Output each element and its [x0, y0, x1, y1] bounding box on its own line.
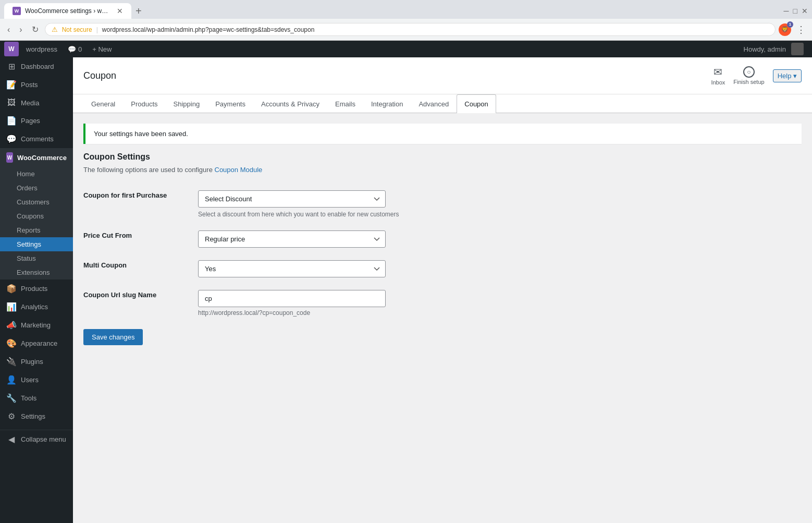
sidebar-item-collapse[interactable]: ◀ Collapse menu [0, 430, 73, 448]
coupon-url-slug-field: http://wordpress.local/?cp=coupon_code [198, 284, 802, 323]
header-actions: ✉ Inbox ○ Finish setup Help ▾ [711, 66, 802, 86]
tab-emails[interactable]: Emails [327, 94, 363, 113]
multi-coupon-select[interactable]: Yes No [198, 260, 386, 277]
tab-coupon[interactable]: Coupon [457, 94, 496, 113]
save-changes-button[interactable]: Save changes [83, 329, 143, 345]
sidebar-item-label: Users [21, 376, 39, 384]
browser-menu-button[interactable]: ⋮ [794, 22, 808, 38]
back-button[interactable]: ‹ [4, 23, 13, 37]
url-hint: http://wordpress.local/?cp=coupon_code [198, 309, 802, 317]
coupon-first-purchase-field: Select Discount Select a discount from h… [198, 184, 802, 224]
settings-icon: ⚙ [6, 411, 17, 421]
wc-extensions-label: Extensions [17, 269, 50, 276]
media-icon: 🖼 [6, 98, 17, 107]
posts-icon: 📝 [6, 80, 17, 90]
sidebar-item-posts[interactable]: 📝 Posts [0, 76, 73, 94]
sidebar-item-wc-coupons[interactable]: Coupons [0, 209, 73, 223]
wc-status-label: Status [17, 254, 36, 262]
tab-title: WooCommerce settings › wordp... [25, 7, 108, 15]
woocommerce-section-header[interactable]: W WooCommerce [0, 148, 73, 167]
sidebar-item-appearance[interactable]: 🎨 Appearance [0, 334, 73, 352]
maximize-button[interactable]: □ [793, 7, 797, 15]
sidebar-item-wc-settings[interactable]: Settings [0, 237, 73, 251]
tab-advanced[interactable]: Advanced [411, 94, 457, 113]
multi-coupon-field: Yes No [198, 254, 802, 284]
close-window-button[interactable]: ✕ [802, 7, 808, 15]
tab-shipping[interactable]: Shipping [166, 94, 208, 113]
price-cut-from-select[interactable]: Regular price Sale price [198, 230, 386, 248]
sidebar-item-plugins[interactable]: 🔌 Plugins [0, 352, 73, 371]
tab-close-button[interactable]: ✕ [117, 7, 123, 15]
multi-coupon-row: Multi Coupon Yes No [83, 254, 802, 284]
page-title: Coupon [83, 70, 116, 81]
sidebar-item-analytics[interactable]: 📊 Analytics [0, 298, 73, 316]
sidebar-item-pages[interactable]: 📄 Pages [0, 112, 73, 130]
woocommerce-submenu: Home Orders Customers Coupons Reports Se… [0, 167, 73, 279]
coupon-first-purchase-hint: Select a discount from here which you wa… [198, 211, 802, 218]
sidebar-item-comments[interactable]: 💬 Comments [0, 130, 73, 148]
finish-setup-icon: ○ [743, 66, 755, 78]
coupon-settings-desc: The following options are used to config… [83, 166, 802, 174]
refresh-button[interactable]: ↻ [29, 22, 42, 37]
sidebar-item-wc-reports[interactable]: Reports [0, 223, 73, 237]
sidebar-item-label: Tools [21, 394, 36, 402]
sidebar-item-label: Comments [21, 135, 54, 143]
dashboard-icon: ⊞ [6, 62, 17, 71]
howdy-item[interactable]: Howdy, admin [739, 41, 791, 57]
sidebar-item-wc-orders[interactable]: Orders [0, 181, 73, 195]
tab-payments[interactable]: Payments [207, 94, 253, 113]
multi-coupon-label: Multi Coupon [83, 254, 198, 284]
tab-products[interactable]: Products [123, 94, 165, 113]
site-name-item[interactable]: wordpress [21, 41, 63, 57]
address-bar[interactable]: ⚠ Not secure | wordpress.local/wp-admin/… [45, 23, 776, 36]
coupon-url-slug-input[interactable] [198, 290, 386, 307]
coupon-first-purchase-select[interactable]: Select Discount [198, 190, 386, 208]
help-button[interactable]: Help ▾ [773, 69, 802, 82]
tab-integration[interactable]: Integration [363, 94, 411, 113]
new-item[interactable]: + New [87, 41, 117, 57]
coupon-url-slug-label: Coupon Url slug Name [83, 284, 198, 323]
sidebar-item-wc-home[interactable]: Home [0, 167, 73, 181]
analytics-icon: 📊 [6, 302, 17, 312]
sidebar-item-products[interactable]: 📦 Products [0, 279, 73, 298]
page-header: Coupon ✉ Inbox ○ Finish setup Help ▾ [73, 57, 812, 94]
new-tab-button[interactable]: + [136, 5, 142, 17]
tab-general[interactable]: General [83, 94, 123, 113]
sidebar-item-label: Pages [21, 117, 40, 125]
inbox-button[interactable]: ✉ Inbox [711, 66, 725, 86]
inbox-icon: ✉ [713, 66, 722, 78]
notice-text: Your settings have been saved. [94, 130, 793, 138]
coupon-module-link[interactable]: Coupon Module [215, 166, 263, 174]
wc-customers-label: Customers [17, 198, 50, 206]
browser-tab[interactable]: W WooCommerce settings › wordp... ✕ [4, 3, 131, 19]
wc-orders-label: Orders [17, 184, 38, 192]
coupon-settings-title: Coupon Settings [83, 152, 802, 162]
avatar [791, 43, 804, 55]
sidebar-item-wc-customers[interactable]: Customers [0, 195, 73, 209]
url-text: wordpress.local/wp-admin/admin.php?page=… [102, 26, 769, 33]
price-cut-from-row: Price Cut From Regular price Sale price [83, 224, 802, 254]
coupon-first-purchase-label: Coupon for first Purchase [83, 184, 198, 224]
forward-button[interactable]: › [16, 23, 25, 37]
sidebar-item-label: Marketing [21, 321, 51, 329]
sidebar-item-wc-status[interactable]: Status [0, 251, 73, 265]
products-icon: 📦 [6, 284, 17, 294]
plugins-icon: 🔌 [6, 357, 17, 367]
sidebar-item-dashboard[interactable]: ⊞ Dashboard [0, 57, 73, 76]
sidebar-item-users[interactable]: 👤 Users [0, 371, 73, 389]
sidebar-item-settings[interactable]: ⚙ Settings [0, 407, 73, 425]
comments-item[interactable]: 💬 0 [63, 41, 87, 57]
sidebar-item-wc-extensions[interactable]: Extensions [0, 265, 73, 279]
wc-home-label: Home [17, 170, 35, 178]
url-divider: | [96, 26, 98, 33]
appearance-icon: 🎨 [6, 338, 17, 348]
sidebar-item-marketing[interactable]: 📣 Marketing [0, 316, 73, 334]
minimize-button[interactable]: ─ [784, 7, 789, 15]
sidebar-item-label: Posts [21, 81, 38, 89]
sidebar-item-label: Dashboard [21, 63, 54, 70]
price-cut-from-label: Price Cut From [83, 224, 198, 254]
tab-accounts-privacy[interactable]: Accounts & Privacy [253, 94, 327, 113]
sidebar-item-tools[interactable]: 🔧 Tools [0, 389, 73, 407]
finish-setup-button[interactable]: ○ Finish setup [733, 66, 764, 85]
sidebar-item-media[interactable]: 🖼 Media [0, 94, 73, 112]
